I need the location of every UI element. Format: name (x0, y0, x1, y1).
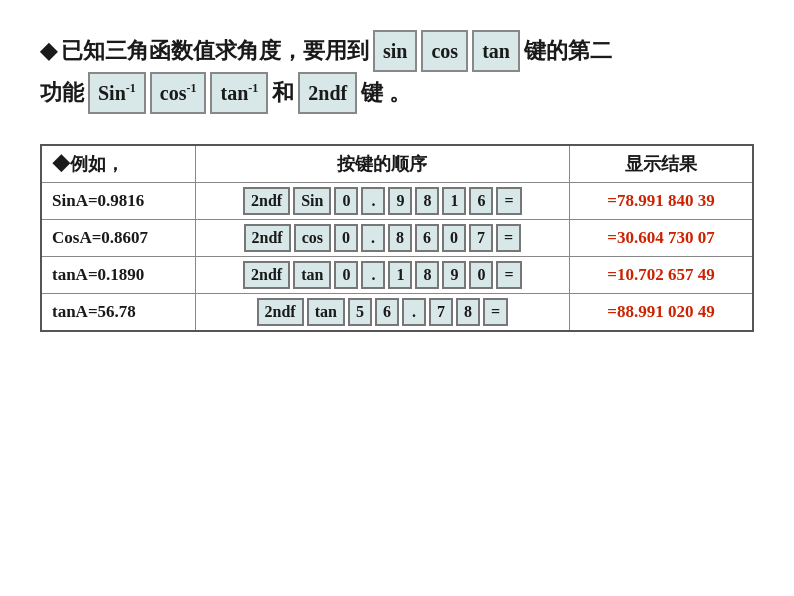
main-table: ◆例如， 按键的顺序 显示结果 SinA=0.98162ndfSin0.9816… (40, 144, 754, 332)
seq-eq-0-8: = (496, 187, 521, 215)
ndf-key: 2ndf (298, 72, 357, 114)
table-row: CosA=0.86072ndfcos0.8607==30.604 730 07 (41, 220, 753, 257)
seq-num-3-3: 6 (375, 298, 399, 326)
seq-container-3: 2ndftan56.78= (199, 298, 566, 326)
row-result-3: =88.991 020 49 (569, 294, 753, 332)
seq-key-2-1: tan (293, 261, 331, 289)
seq-container-2: 2ndftan0.1890= (199, 261, 566, 289)
seq-num-2-7: 0 (469, 261, 493, 289)
seq-num-3-6: 8 (456, 298, 480, 326)
intro-section: ◆ 已知三角函数值求角度，要用到 sin cos tan 键的第二 功能 Sin… (40, 30, 754, 114)
seq-eq-2-8: = (496, 261, 521, 289)
intro-text2: 键的第二 (524, 32, 612, 69)
row-label-0: SinA=0.9816 (41, 183, 195, 220)
tan-inv-key: tan-1 (210, 72, 268, 114)
seq-eq-3-7: = (483, 298, 508, 326)
table-section: ◆例如， 按键的顺序 显示结果 SinA=0.98162ndfSin0.9816… (40, 144, 754, 332)
intro-text3: 功能 (40, 74, 84, 111)
table-row: SinA=0.98162ndfSin0.9816==78.991 840 39 (41, 183, 753, 220)
row-result-1: =30.604 730 07 (569, 220, 753, 257)
seq-num-2-4: 1 (388, 261, 412, 289)
table-body: SinA=0.98162ndfSin0.9816==78.991 840 39C… (41, 183, 753, 332)
cos-inv-key: cos-1 (150, 72, 207, 114)
intro-line1: ◆ 已知三角函数值求角度，要用到 sin cos tan 键的第二 (40, 30, 754, 72)
seq-key-3-0: 2ndf (257, 298, 304, 326)
tan-key: tan (472, 30, 520, 72)
seq-num-1-3: . (361, 224, 385, 252)
seq-num-0-2: 0 (334, 187, 358, 215)
seq-num-0-6: 1 (442, 187, 466, 215)
row-keys-0: 2ndfSin0.9816= (195, 183, 569, 220)
seq-num-1-7: 7 (469, 224, 493, 252)
table-row: tanA=0.18902ndftan0.1890==10.702 657 49 (41, 257, 753, 294)
seq-num-2-6: 9 (442, 261, 466, 289)
row-keys-2: 2ndftan0.1890= (195, 257, 569, 294)
seq-num-2-5: 8 (415, 261, 439, 289)
seq-num-1-2: 0 (334, 224, 358, 252)
intro-text5: 键 。 (361, 74, 411, 111)
intro-line2: 功能 Sin-1 cos-1 tan-1 和 2ndf 键 。 (40, 72, 754, 114)
seq-key-1-0: 2ndf (244, 224, 291, 252)
seq-container-1: 2ndfcos0.8607= (199, 224, 566, 252)
cos-key: cos (421, 30, 468, 72)
seq-num-0-7: 6 (469, 187, 493, 215)
seq-num-0-3: . (361, 187, 385, 215)
seq-num-2-3: . (361, 261, 385, 289)
bullet1: ◆ (40, 32, 57, 69)
intro-text4: 和 (272, 74, 294, 111)
cos-inv-sup: -1 (186, 81, 196, 95)
seq-key-0-0: 2ndf (243, 187, 290, 215)
seq-num-0-5: 8 (415, 187, 439, 215)
seq-num-0-4: 9 (388, 187, 412, 215)
tan-inv-sup: -1 (248, 81, 258, 95)
seq-num-3-2: 5 (348, 298, 372, 326)
row-keys-1: 2ndfcos0.8607= (195, 220, 569, 257)
seq-eq-1-8: = (496, 224, 521, 252)
seq-key-0-1: Sin (293, 187, 331, 215)
seq-num-3-5: 7 (429, 298, 453, 326)
seq-key-2-0: 2ndf (243, 261, 290, 289)
intro-text1: 已知三角函数值求角度，要用到 (61, 32, 369, 69)
row-label-3: tanA=56.78 (41, 294, 195, 332)
sin-inv-key: Sin-1 (88, 72, 146, 114)
seq-key-3-1: tan (307, 298, 345, 326)
seq-num-1-6: 0 (442, 224, 466, 252)
row-label-2: tanA=0.1890 (41, 257, 195, 294)
seq-num-3-4: . (402, 298, 426, 326)
seq-num-1-5: 6 (415, 224, 439, 252)
row-label-1: CosA=0.8607 (41, 220, 195, 257)
table-header-row: ◆例如， 按键的顺序 显示结果 (41, 145, 753, 183)
row-result-2: =10.702 657 49 (569, 257, 753, 294)
row-result-0: =78.991 840 39 (569, 183, 753, 220)
col2-header: 按键的顺序 (195, 145, 569, 183)
seq-num-1-4: 8 (388, 224, 412, 252)
seq-container-0: 2ndfSin0.9816= (199, 187, 566, 215)
sin-inv-sup: -1 (126, 81, 136, 95)
col3-header: 显示结果 (569, 145, 753, 183)
row-keys-3: 2ndftan56.78= (195, 294, 569, 332)
seq-num-2-2: 0 (334, 261, 358, 289)
seq-key-1-1: cos (294, 224, 331, 252)
table-row: tanA=56.782ndftan56.78==88.991 020 49 (41, 294, 753, 332)
col1-header: ◆例如， (41, 145, 195, 183)
sin-key: sin (373, 30, 417, 72)
